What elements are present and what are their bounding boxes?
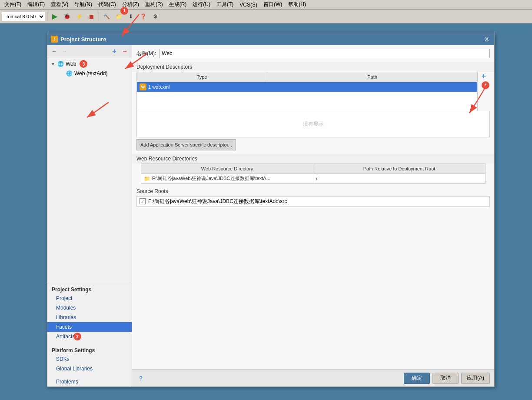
sidebar-item-sdks[interactable]: SDKs: [47, 354, 132, 364]
ok-button[interactable]: 确定: [404, 373, 430, 384]
web-resource-path-value: /: [316, 176, 317, 181]
sidebar-sections: Project Settings Project Modules Librari…: [47, 282, 132, 387]
menu-window[interactable]: 窗口(W): [261, 0, 285, 9]
web-resource-help-button[interactable]: ?: [493, 192, 494, 201]
web-resource-wrapper: Web Resource Directory Path Relative to …: [136, 163, 490, 184]
menu-view[interactable]: 查看(V): [48, 0, 71, 9]
annotation-3: 3: [80, 60, 87, 68]
tree-item-web-textadd-label: Web (textAdd): [74, 70, 107, 77]
web-resource-edit-button[interactable]: ✏: [493, 183, 494, 191]
run-with-coverage-button[interactable]: ⚡: [73, 11, 85, 22]
run-button[interactable]: ▶: [49, 11, 60, 22]
sidebar-divider-2: [47, 373, 132, 377]
name-row: 名称(M):: [132, 45, 494, 62]
sidebar-item-facets[interactable]: Facets: [47, 322, 132, 332]
webxml-icon: W: [140, 83, 146, 90]
sidebar-item-global-libraries[interactable]: Global Libraries: [47, 364, 132, 373]
name-label: 名称(M):: [136, 50, 156, 57]
project-structure-button[interactable]: 📁 1: [113, 11, 124, 22]
nav-back-button[interactable]: ←: [50, 47, 59, 56]
menu-run[interactable]: 运行(U): [190, 0, 213, 9]
project-settings-header: Project Settings: [47, 284, 132, 293]
tree-item-web-textadd[interactable]: 🌐 Web (textAdd): [47, 69, 132, 78]
menu-vcs[interactable]: VCS(S): [237, 1, 260, 9]
tree-area: ▼ 🌐 Web 3 🌐 Web (textAdd): [47, 57, 132, 282]
deployment-add-button[interactable]: +: [479, 72, 488, 80]
source-roots-section: Source Roots ✓ F:\尚硅谷javaWeb\狂神说Java\JDB…: [132, 187, 494, 207]
sidebar-item-artifacts[interactable]: Artifacts 2: [47, 332, 132, 341]
build-button[interactable]: 🔨: [101, 11, 112, 22]
dialog-content: ← → + − ▼ 🌐 Web 3 🌐 Web (textAdd): [47, 45, 494, 387]
source-root-path: F:\尚硅谷javaWeb\狂神说Java\JDBC连接数据库\textAdd\…: [148, 198, 287, 205]
sidebar-divider: [47, 341, 132, 345]
tree-item-web-label: Web: [66, 61, 76, 67]
menu-help[interactable]: 帮助(H): [286, 0, 309, 9]
project-structure-dialog: ! Project Structure ✕ ← → + − ▼ 🌐 Web: [47, 33, 495, 387]
web-resource-add-button[interactable]: +: [493, 163, 494, 172]
web-textadd-icon: 🌐: [66, 70, 73, 77]
sidebar-item-modules[interactable]: Modules: [47, 303, 132, 313]
menu-build[interactable]: 生成(R): [166, 0, 190, 9]
toolbar: Tomcat 8.0.50 ▶ 🐞 ⚡ ⏹ 🔨 📁 1 ⬇ ❓ ⚙: [0, 10, 532, 23]
add-descriptor-button[interactable]: Add Application Server specific descript…: [136, 139, 236, 150]
nav-remove-button[interactable]: −: [120, 47, 129, 56]
stop-button[interactable]: ⏹: [86, 11, 97, 22]
platform-settings-header: Platform Settings: [47, 345, 132, 354]
menu-file[interactable]: 文件(F): [2, 0, 24, 9]
name-input[interactable]: [160, 49, 490, 58]
deployment-table: Type Path W 1 web.xml: [136, 72, 478, 111]
dialog-footer: ? 确定 取消 应用(A): [132, 369, 494, 387]
webxml-entry[interactable]: W 1 web.xml: [137, 82, 477, 92]
folder-icon: 📁: [144, 176, 150, 182]
cancel-button[interactable]: 取消: [432, 373, 459, 384]
menu-navigate[interactable]: 导航(N): [72, 0, 95, 9]
nav-forward-button[interactable]: →: [60, 47, 69, 56]
annotation-4: 4: [482, 81, 489, 89]
dialog-help-button[interactable]: ?: [136, 374, 145, 383]
web-resource-path-cell: /: [313, 174, 485, 183]
web-resource-dir-cell: 📁 F:\尚硅谷javaWeb\狂神说Java\JDBC连接数据库\textA.…: [141, 174, 313, 183]
deployment-descriptors-section: Deployment Descriptors Type Path: [132, 62, 494, 152]
source-roots-row-0[interactable]: ✓ F:\尚硅谷javaWeb\狂神说Java\JDBC连接数据库\textAd…: [137, 197, 489, 206]
settings-button[interactable]: ⚙: [150, 11, 161, 22]
dialog-icon: !: [51, 36, 58, 43]
webxml-text: 1 web.xml: [148, 84, 170, 90]
depl-type-header: Type: [137, 72, 267, 82]
nav-add-button[interactable]: +: [110, 47, 119, 56]
dialog-title-text: Project Structure: [60, 36, 106, 43]
help-toolbar-button[interactable]: ❓: [137, 11, 149, 22]
menu-tools[interactable]: 工具(T): [214, 0, 236, 9]
right-spacer: [132, 207, 494, 369]
web-resource-remove-button[interactable]: −: [493, 173, 494, 182]
web-resource-dir-value: F:\尚硅谷javaWeb\狂神说Java\JDBC连接数据库\textA...: [152, 175, 270, 182]
deployment-table-header: Type Path: [137, 72, 477, 82]
debug-button[interactable]: 🐞: [61, 11, 73, 22]
menu-edit[interactable]: 编辑(E): [25, 0, 47, 9]
menu-code[interactable]: 代码(C): [96, 0, 119, 9]
web-resource-label: Web Resource Directories: [132, 154, 494, 163]
dialog-close-button[interactable]: ✕: [483, 35, 491, 43]
menu-bar: 文件(F) 编辑(E) 查看(V) 导航(N) 代码(C) 分析(Z) 重构(R…: [0, 0, 532, 10]
dialog-title-left: ! Project Structure: [51, 36, 106, 43]
apply-button[interactable]: 应用(A): [461, 373, 490, 384]
right-scroll-area: Deployment Descriptors Type Path: [132, 62, 494, 369]
source-root-checkbox[interactable]: ✓: [140, 198, 146, 204]
depl-path-header: Path: [267, 72, 477, 82]
depl-col-path: Path: [267, 72, 477, 82]
web-resource-side-buttons: + − ✏ ?: [493, 163, 494, 201]
web-resource-dir-header: Web Resource Directory: [141, 164, 313, 173]
annotation-1: 1: [120, 7, 128, 15]
deployment-empty-area: 没有显示: [136, 111, 490, 137]
nav-toolbar: ← → + −: [47, 45, 132, 57]
sidebar-item-libraries[interactable]: Libraries: [47, 313, 132, 322]
web-module-icon: 🌐: [57, 60, 64, 67]
web-resource-row-0[interactable]: 📁 F:\尚硅谷javaWeb\狂神说Java\JDBC连接数据库\textA.…: [141, 174, 485, 183]
run-config-select[interactable]: Tomcat 8.0.50: [2, 12, 45, 21]
sidebar-item-problems[interactable]: Problems: [47, 377, 132, 387]
source-roots-table: ✓ F:\尚硅谷javaWeb\狂神说Java\JDBC连接数据库\textAd…: [136, 196, 490, 207]
toolbar-separator-1: [47, 12, 47, 21]
sidebar-item-project[interactable]: Project: [47, 293, 132, 303]
menu-refactor[interactable]: 重构(R): [143, 0, 166, 9]
tree-item-web[interactable]: ▼ 🌐 Web 3: [47, 59, 132, 69]
dialog-titlebar: ! Project Structure ✕: [47, 33, 494, 45]
